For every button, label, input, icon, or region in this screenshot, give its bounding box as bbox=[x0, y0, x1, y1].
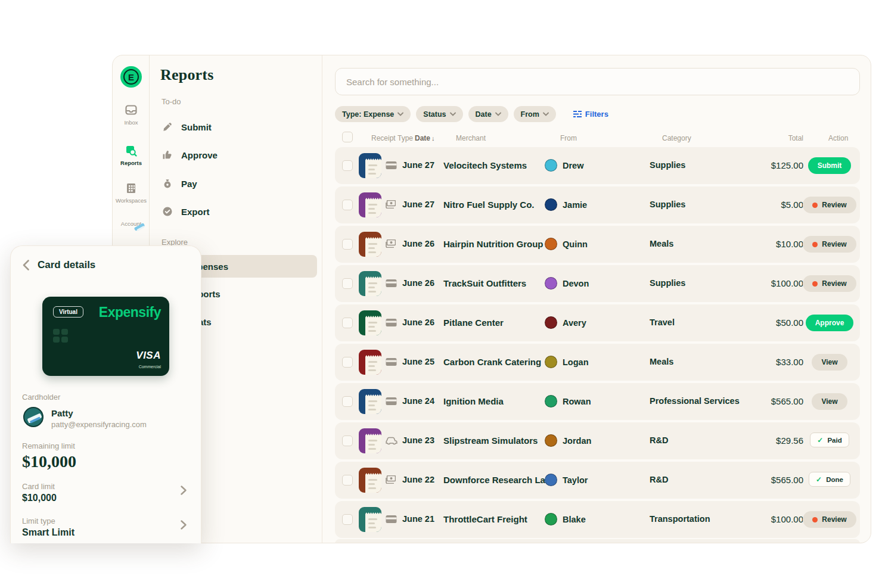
action-label: Submit bbox=[818, 161, 842, 170]
receipt-thumbnail[interactable] bbox=[359, 350, 381, 375]
receipt-thumbnail[interactable] bbox=[359, 271, 381, 296]
from-cell: Taylor bbox=[545, 474, 588, 486]
virtual-card: Virtual Expensify VISA Commercial bbox=[42, 297, 169, 376]
from-name: Devon bbox=[563, 279, 589, 288]
sidebar-item-workspaces[interactable]: Workspaces bbox=[113, 181, 150, 204]
receipt-thumbnail[interactable] bbox=[359, 232, 381, 257]
sidebar-item-reports[interactable]: Reports bbox=[113, 144, 150, 166]
receipt-thumbnail[interactable] bbox=[359, 310, 381, 335]
receipt-thumbnail[interactable] bbox=[359, 192, 381, 217]
pencil-icon bbox=[162, 121, 173, 133]
from-cell: Avery bbox=[545, 316, 586, 329]
table-header: Receipt Type Date↓ Merchant From Categor… bbox=[335, 133, 860, 145]
col-category: Category bbox=[662, 134, 691, 142]
table-row[interactable]: June 26 Pitlane Center Avery Travel $50.… bbox=[335, 304, 860, 341]
filter-pill[interactable]: Type: Expense bbox=[335, 106, 411, 122]
action-button[interactable]: ✓ Approve bbox=[806, 315, 854, 331]
remaining-limit-label: Remaining limit bbox=[22, 441, 75, 450]
table-row[interactable]: June 27 Nitro Fuel Supply Co. Jamie Supp… bbox=[335, 186, 860, 223]
receipt-paper bbox=[365, 512, 381, 532]
limit-type-row-button[interactable] bbox=[181, 520, 187, 532]
receipt-paper bbox=[365, 434, 381, 453]
todo-item-export[interactable]: Export bbox=[162, 203, 210, 220]
receipt-thumbnail[interactable] bbox=[359, 507, 381, 532]
filters-icon bbox=[573, 110, 582, 118]
search-input[interactable] bbox=[335, 68, 860, 95]
table-row[interactable]: June 25 Carbon Crank Catering Logan Meal… bbox=[335, 344, 860, 381]
filter-pill[interactable]: Status bbox=[416, 106, 462, 122]
row-checkbox[interactable] bbox=[342, 200, 353, 210]
expense-date: June 25 bbox=[402, 357, 434, 366]
page-title: Reports bbox=[160, 66, 214, 84]
merchant-name: TrackSuit Outfitters bbox=[443, 278, 526, 288]
row-checkbox[interactable] bbox=[342, 475, 353, 486]
chevron-down-icon bbox=[495, 112, 501, 116]
filter-pill-label: Type: Expense bbox=[342, 110, 394, 119]
select-all-checkbox[interactable] bbox=[342, 132, 353, 142]
action-cell: ✓ Approve bbox=[799, 315, 860, 331]
table-row[interactable]: June 22 Downforce Research Lab Taylor R&… bbox=[335, 462, 860, 499]
expensify-logo[interactable]: E bbox=[120, 66, 142, 88]
action-button[interactable]: ✓ View bbox=[812, 354, 847, 371]
from-name: Blake bbox=[563, 515, 586, 524]
row-checkbox[interactable] bbox=[342, 239, 353, 250]
table-row[interactable]: June 26 Hairpin Nutrition Group Quinn Me… bbox=[335, 226, 860, 263]
row-checkbox[interactable] bbox=[342, 357, 353, 368]
table-row[interactable]: June 21 ThrottleCart Freight Blake Trans… bbox=[335, 501, 860, 538]
review-dot-icon bbox=[812, 517, 818, 522]
check-icon: ✓ bbox=[816, 475, 822, 484]
row-checkbox[interactable] bbox=[342, 435, 353, 446]
receipt-thumbnail[interactable] bbox=[359, 468, 381, 493]
receipt-thumbnail[interactable] bbox=[359, 428, 381, 453]
filter-pill[interactable]: From bbox=[514, 106, 556, 122]
row-checkbox[interactable] bbox=[342, 318, 353, 328]
action-cell: ✓ Paid bbox=[799, 433, 860, 447]
action-button[interactable]: ✓ Submit bbox=[808, 157, 852, 174]
total-value: $100.00 bbox=[771, 514, 803, 524]
todo-item-submit[interactable]: Submit bbox=[162, 118, 212, 136]
category-value: R&D bbox=[650, 435, 668, 445]
expensify-logo-icon: E bbox=[123, 69, 139, 85]
action-button[interactable]: ✓ Paid bbox=[810, 433, 849, 447]
action-button[interactable]: ✓ View bbox=[812, 393, 847, 410]
review-dot-icon bbox=[812, 203, 818, 208]
card-limit-row-button[interactable] bbox=[181, 486, 187, 497]
row-checkbox[interactable] bbox=[342, 160, 353, 171]
action-button[interactable]: ✓ Done bbox=[809, 472, 850, 487]
row-checkbox[interactable] bbox=[342, 278, 353, 289]
todo-item-pay[interactable]: Pay bbox=[162, 175, 197, 192]
receipt-thumbnail[interactable] bbox=[359, 153, 381, 178]
receipt-thumbnail[interactable] bbox=[359, 389, 381, 414]
from-name: Rowan bbox=[563, 397, 591, 406]
sidebar-item-inbox[interactable]: Inbox bbox=[113, 103, 150, 126]
action-button[interactable]: ✓ Review bbox=[803, 511, 856, 528]
col-date[interactable]: Date↓ bbox=[415, 134, 435, 142]
merchant-name: Downforce Research Lab bbox=[443, 475, 551, 485]
sidebar-item-account[interactable]: Account bbox=[113, 219, 150, 227]
action-button[interactable]: ✓ Review bbox=[803, 197, 856, 213]
filters-label: Filters bbox=[585, 110, 608, 119]
filter-pill-label: Status bbox=[423, 110, 446, 119]
todo-item-approve[interactable]: Approve bbox=[162, 146, 218, 164]
expense-date: June 24 bbox=[402, 396, 434, 406]
back-button[interactable] bbox=[23, 260, 29, 270]
from-name: Jordan bbox=[563, 436, 591, 446]
table-row[interactable]: June 26 TrackSuit Outfitters Devon Suppl… bbox=[335, 265, 860, 302]
filter-pill-label: Date bbox=[476, 110, 492, 119]
virtual-badge: Virtual bbox=[53, 306, 83, 318]
action-button[interactable]: ✓ Review bbox=[803, 236, 856, 253]
filter-pill[interactable]: Date bbox=[468, 106, 508, 122]
row-checkbox[interactable] bbox=[342, 396, 353, 407]
table-row[interactable]: June 24 Ignition Media Rowan Professiona… bbox=[335, 383, 860, 420]
category-value: Travel bbox=[650, 318, 675, 327]
col-action: Action bbox=[828, 134, 848, 142]
merchant-name: ThrottleCart Freight bbox=[443, 514, 527, 524]
expense-type-icon bbox=[386, 436, 397, 446]
action-button[interactable]: ✓ Review bbox=[803, 275, 856, 292]
table-row[interactable]: June 27 Velocitech Systems Drew Supplies… bbox=[335, 147, 860, 184]
total-value: $565.00 bbox=[771, 475, 803, 485]
table-row[interactable]: June 23 Slipstream Simulators Jordan R&D… bbox=[335, 422, 860, 459]
row-checkbox[interactable] bbox=[342, 514, 353, 525]
card-type-icon bbox=[386, 161, 397, 170]
filters-button[interactable]: Filters bbox=[570, 109, 612, 119]
